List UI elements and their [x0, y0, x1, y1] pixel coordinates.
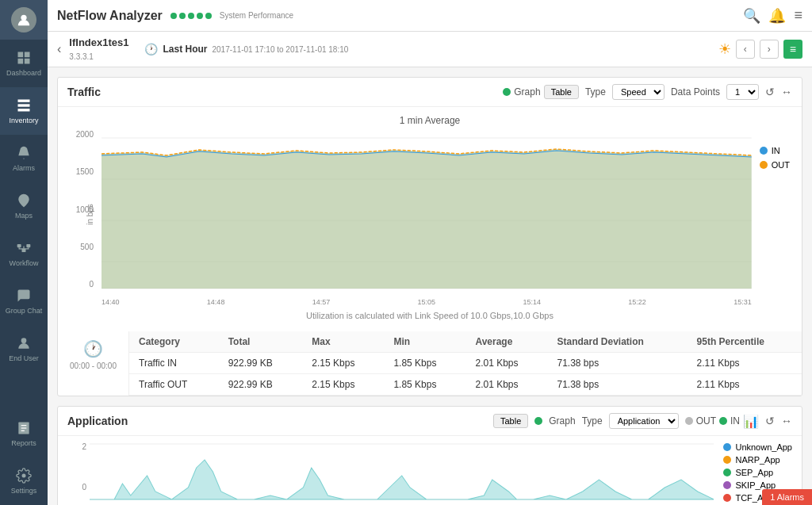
status-dot-2 [179, 13, 186, 19]
menu-button[interactable]: ≡ [783, 40, 802, 59]
app-graph-label: Graph [549, 415, 575, 427]
data-points-select[interactable]: 1 [726, 84, 759, 100]
col-category: Category [129, 331, 219, 353]
svg-point-0 [21, 15, 26, 21]
sidebar-item-enduser[interactable]: End User [0, 325, 48, 373]
row1-95th: 2.11 Kbps [688, 353, 802, 374]
row2-average: 2.01 Kbps [465, 374, 547, 396]
application-section-header: Application Table Graph Type Application… [58, 407, 802, 436]
alarms-bar[interactable]: 1 Alarms [762, 489, 812, 505]
x-label-1522: 15:22 [628, 298, 646, 306]
svg-rect-3 [18, 59, 24, 64]
tcf-app-dot [723, 494, 731, 502]
chart-legend: IN OUT [760, 130, 794, 308]
sidebar-item-alarms-label: Alarms [13, 164, 35, 172]
legend-narp-app: NARP_App [723, 455, 792, 465]
app-y-2: 2 [82, 442, 86, 451]
col-total: Total [219, 331, 303, 353]
legend-out-dot [760, 161, 768, 169]
refresh-button[interactable]: ↺ [765, 86, 775, 98]
sidebar-item-enduser-label: End User [9, 354, 39, 362]
table-row: Traffic OUT 922.99 KB 2.15 Kbps 1.85 Kbp… [129, 374, 802, 396]
status-dot-1 [170, 13, 177, 19]
application-section: Application Table Graph Type Application… [57, 406, 802, 505]
sidebar-item-workflow[interactable]: Workflow [0, 230, 48, 277]
sidebar-item-groupchat[interactable]: Group Chat [0, 277, 48, 325]
sidebar-item-groupchat-label: Group Chat [6, 307, 43, 315]
in-area [102, 149, 752, 289]
svg-rect-5 [18, 100, 30, 102]
utilization-note: Utilization is calculated with Link Spee… [66, 308, 794, 323]
app-table-button[interactable]: Table [493, 414, 528, 428]
main-content: NetFlow Analyzer System Performance 🔍 🔔 … [48, 0, 812, 505]
sidebar-item-alarms[interactable]: Alarms [0, 135, 48, 182]
status-dots [170, 13, 212, 19]
unknown-app-label: Unknown_App [735, 442, 792, 452]
next-button[interactable]: › [760, 40, 779, 59]
app-reset-button[interactable]: ↔ [781, 415, 792, 427]
traffic-chart-area: 1 min Average 2000 1500 1000 500 0 in bp… [58, 107, 802, 331]
row1-category: Traffic IN [129, 353, 219, 374]
reset-button[interactable]: ↔ [781, 86, 792, 98]
legend-out: OUT [760, 160, 790, 170]
legend-unknown-app: Unknown_App [723, 442, 792, 452]
sidebar-item-maps[interactable]: Maps [0, 182, 48, 230]
traffic-section: Traffic Graph Table Type Speed Data Poin… [57, 77, 802, 396]
interface-ip: 3.3.3.1 [69, 52, 94, 61]
page-content: Traffic Graph Table Type Speed Data Poin… [48, 67, 812, 505]
hamburger-icon[interactable]: ≡ [794, 7, 802, 24]
topbar-right: 🔍 🔔 ≡ [743, 7, 802, 25]
row1-total: 922.99 KB [219, 353, 303, 374]
traffic-table-area: 🕐 00:00 - 00:00 Category Total Max Min A… [58, 331, 802, 396]
prev-button[interactable]: ‹ [736, 40, 755, 59]
sidebar: Dashboard Inventory Alarms Maps Workflow… [0, 0, 48, 505]
table-row: Traffic IN 922.99 KB 2.15 Kbps 1.85 Kbps… [129, 353, 802, 374]
row2-category: Traffic OUT [129, 374, 219, 396]
bell-icon[interactable]: 🔔 [768, 7, 786, 25]
svg-point-17 [22, 474, 26, 478]
sidebar-item-settings[interactable]: Settings [0, 457, 48, 505]
in-label: IN [730, 415, 740, 427]
out-label: OUT [696, 415, 716, 427]
x-label-1505: 15:05 [418, 298, 436, 306]
time-label: Last Hour [163, 44, 207, 55]
sidebar-item-maps-label: Maps [15, 212, 33, 220]
sidebar-item-dashboard[interactable]: Dashboard [0, 40, 48, 87]
col-max: Max [302, 331, 384, 353]
traffic-data-table: Category Total Max Min Average Standard … [129, 331, 802, 396]
graph-indicator-dot [503, 88, 511, 96]
bar-chart-icon: 📊 [743, 414, 759, 429]
svg-rect-7 [18, 109, 30, 111]
svg-rect-4 [25, 59, 30, 64]
type-select[interactable]: Speed [612, 84, 665, 100]
row2-std-dev: 71.38 bps [548, 374, 688, 396]
table-toggle-button[interactable]: Table [544, 85, 579, 99]
sep-app-label: SEP_App [735, 468, 773, 477]
legend-in-label: IN [772, 146, 780, 155]
alarms-count: 1 [770, 492, 775, 502]
col-95th: 95th Percentile [688, 331, 802, 353]
time-column: 🕐 00:00 - 00:00 [58, 331, 129, 396]
sidebar-item-settings-label: Settings [11, 487, 37, 495]
sidebar-item-inventory[interactable]: Inventory [0, 87, 48, 135]
sidebar-item-reports[interactable]: Reports [0, 410, 48, 457]
svg-rect-2 [25, 52, 30, 58]
x-axis: 14:40 14:48 14:57 15:05 15:14 15:22 15:3… [102, 296, 752, 308]
search-icon[interactable]: 🔍 [743, 7, 760, 25]
graph-table-toggle: Graph Table [503, 85, 579, 99]
col-average: Average [465, 331, 547, 353]
status-dot-5 [205, 13, 212, 19]
app-type-select[interactable]: Application [609, 413, 679, 429]
x-label-1457: 14:57 [312, 298, 331, 306]
interface-name: IfIndex1tes1 [69, 36, 128, 48]
type-label: Type [585, 86, 606, 98]
app-graph-dot [534, 417, 542, 425]
back-button[interactable]: ‹ [57, 42, 61, 56]
row1-min: 1.85 Kbps [384, 353, 465, 374]
svg-rect-1 [18, 52, 24, 58]
subheader-right: ☀ ‹ › ≡ [718, 40, 802, 59]
app-refresh-button[interactable]: ↺ [765, 415, 775, 427]
traffic-controls: Graph Table Type Speed Data Points 1 ↺ ↔ [503, 84, 792, 100]
y-axis-val-500: 500 [80, 243, 94, 251]
app-type-label: Type [582, 415, 603, 427]
